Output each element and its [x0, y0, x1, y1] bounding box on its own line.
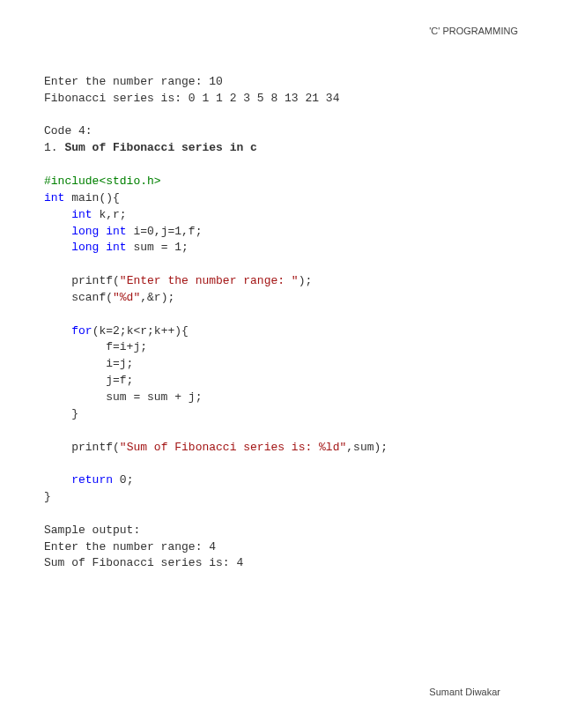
indent	[44, 324, 71, 338]
section-title: Sum of Fibonacci series in c	[64, 141, 256, 154]
indent	[44, 225, 71, 238]
keyword-int: int	[71, 208, 92, 221]
intro-line-2: Fibonacci series is: 0 1 1 2 3 5 8 13 21…	[44, 92, 339, 105]
string-literal: "Sum of Fibonacci series is: %ld"	[120, 441, 346, 454]
scanf-end: ,&r);	[140, 291, 174, 304]
indent	[44, 208, 71, 221]
printf-end: ,sum);	[346, 441, 388, 454]
loop-body-4: sum = sum + j;	[44, 390, 202, 404]
close-brace: }	[44, 407, 78, 420]
output-line-1: Enter the number range: 4	[44, 540, 216, 553]
output-line-2: Sum of Fibonacci series is: 4	[44, 556, 243, 569]
end-brace: }	[44, 490, 51, 503]
output-label: Sample output:	[44, 524, 140, 537]
list-num: 1.	[44, 141, 64, 154]
indent	[44, 473, 71, 487]
intro-line-1: Enter the number range: 10	[44, 75, 223, 88]
keyword-int: int	[44, 191, 64, 204]
decl-ijf: i=0,j=1,f;	[127, 225, 203, 238]
keyword-long-int: long int	[71, 225, 126, 238]
printf-call: printf(	[44, 274, 120, 287]
loop-body-3: j=f;	[44, 374, 133, 387]
code-label: Code 4:	[44, 124, 92, 137]
printf-call: printf(	[44, 441, 120, 454]
decl-sum: sum = 1;	[127, 241, 189, 254]
include-directive: #include<stdio.h>	[44, 175, 161, 188]
page-header: 'C' PROGRAMMING	[44, 25, 518, 39]
keyword-for: for	[71, 324, 92, 338]
scanf-call: scanf(	[44, 291, 113, 304]
main-open: main(){	[64, 191, 119, 204]
keyword-return: return	[71, 473, 113, 487]
keyword-long-int: long int	[71, 241, 126, 254]
return-val: 0;	[113, 473, 133, 487]
loop-body-1: f=i+j;	[44, 340, 147, 353]
loop-body-2: i=j;	[44, 357, 133, 370]
indent	[44, 241, 71, 254]
page-footer: Sumant Diwakar	[429, 686, 500, 700]
printf-end: );	[299, 274, 313, 287]
document-body: Enter the number range: 10 Fibonacci ser…	[44, 74, 518, 572]
for-condition: (k=2;k<r;k++){	[92, 324, 189, 338]
decl-kr: k,r;	[92, 208, 127, 221]
string-literal: "%d"	[113, 291, 140, 304]
string-literal: "Enter the number range: "	[120, 274, 299, 287]
